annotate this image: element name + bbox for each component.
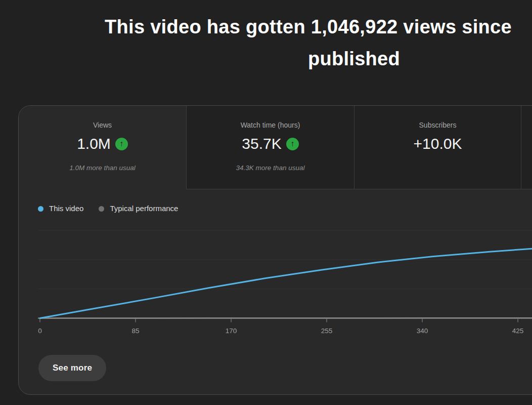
- metric-tab-subscribers[interactable]: Subscribers +10.0K: [354, 106, 521, 189]
- metric-label: Watch time (hours): [187, 121, 354, 129]
- metric-value: 35.7K: [242, 135, 281, 152]
- legend-label: Typical performance: [110, 204, 178, 213]
- metric-subtitle: 1.0M more than usual: [19, 164, 186, 172]
- up-arrow-circle-icon: ↑: [286, 138, 299, 150]
- metric-value-row: +10.0K: [354, 135, 521, 152]
- x-axis-tick-label: 340: [417, 327, 428, 335]
- x-axis-tick-label: 0: [38, 327, 42, 335]
- metric-value-row: 1.0M ↑: [19, 135, 186, 152]
- metric-tab-watch-time[interactable]: Watch time (hours) 35.7K ↑ 34.3K more th…: [187, 106, 354, 189]
- series-line-this-video: [40, 249, 532, 318]
- analytics-page: { "header": { "title_line1": "This video…: [0, 0, 532, 405]
- metric-tab-partial[interactable]: [521, 106, 532, 189]
- metric-value-row: 35.7K ↑: [187, 135, 354, 152]
- chart-legend: This video Typical performance: [38, 204, 178, 213]
- x-axis-tick-label: 255: [321, 327, 333, 335]
- metric-label: Subscribers: [354, 121, 521, 129]
- x-axis-tick-label: 170: [226, 327, 237, 335]
- metric-subtitle: 34.3K more than usual: [187, 164, 354, 172]
- legend-label: This video: [49, 204, 83, 213]
- metric-tab-views[interactable]: Views 1.0M ↑ 1.0M more than usual: [19, 106, 187, 189]
- x-axis-tick-label: 85: [132, 327, 140, 335]
- see-more-button[interactable]: See more: [38, 355, 106, 381]
- metric-value: +10.0K: [414, 135, 462, 152]
- legend-dot-icon: [38, 206, 43, 212]
- metric-value: 1.0M: [77, 135, 111, 152]
- video-title-line-1: This video has gotten 1,046,922 views si…: [105, 17, 512, 36]
- legend-item-this-video: This video: [38, 204, 83, 213]
- legend-dot-icon: [99, 206, 104, 212]
- metric-label: Views: [19, 121, 186, 129]
- video-title-line-2: published: [278, 49, 430, 68]
- up-arrow-circle-icon: ↑: [115, 138, 128, 150]
- performance-line-chart[interactable]: 085170255340425: [19, 226, 532, 337]
- legend-item-typical-performance: Typical performance: [99, 204, 178, 213]
- analytics-card: Views 1.0M ↑ 1.0M more than usual Watch …: [18, 105, 532, 395]
- x-axis-tick-label: 425: [512, 327, 524, 335]
- metric-tabs-row: Views 1.0M ↑ 1.0M more than usual Watch …: [19, 106, 532, 189]
